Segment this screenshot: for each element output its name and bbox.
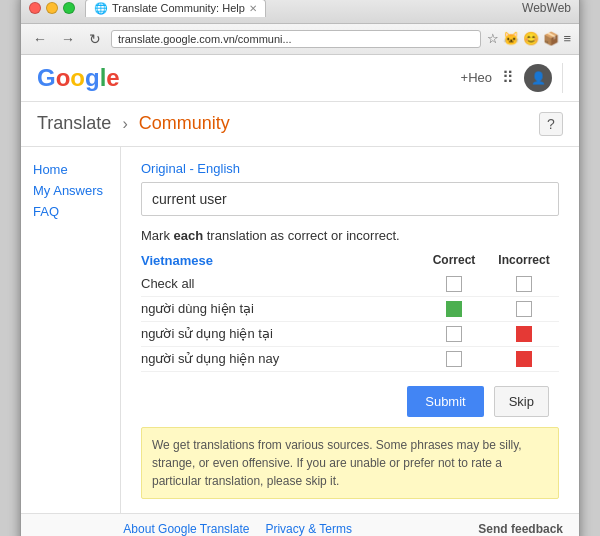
submit-button[interactable]: Submit	[407, 386, 483, 417]
back-button[interactable]: ←	[29, 29, 51, 49]
title-bar: 🌐 Translate Community: Help ✕ WebWeb	[21, 0, 579, 24]
extension-icon2[interactable]: 😊	[523, 31, 539, 46]
content-area: Original - English current user Mark eac…	[121, 147, 579, 513]
help-button[interactable]: ?	[539, 112, 563, 136]
row2-incorrect-checkbox[interactable]	[516, 326, 532, 342]
row1-correct-checkbox[interactable]	[446, 301, 462, 317]
extension-icon1[interactable]: 🐱	[503, 31, 519, 46]
lang-col-header: Vietnamese	[141, 253, 419, 268]
webweb-label: WebWeb	[522, 1, 571, 15]
instruction-prefix: Mark	[141, 228, 174, 243]
table-row: người sử dụng hiện nay	[141, 347, 559, 372]
correct-col-header: Correct	[419, 253, 489, 267]
google-logo: Google	[37, 64, 120, 92]
minimize-button[interactable]	[46, 2, 58, 14]
nav-bar: ← → ↻ ☆ 🐱 😊 📦 ≡	[21, 24, 579, 55]
row2-correct-checkbox[interactable]	[446, 326, 462, 342]
active-tab[interactable]: 🌐 Translate Community: Help ✕	[85, 0, 266, 17]
original-lang: English	[197, 161, 240, 176]
breadcrumb-parent[interactable]: Translate	[37, 113, 111, 133]
bookmark-icon[interactable]: ☆	[487, 31, 499, 46]
row1-correct-cell	[419, 301, 489, 317]
google-header: Google +Heo ⠿ 👤	[21, 55, 579, 102]
table-header: Vietnamese Correct Incorrect	[141, 253, 559, 268]
row-text: người dùng hiện tại	[141, 301, 419, 316]
header-divider	[562, 63, 563, 93]
notice-box: We get translations from various sources…	[141, 427, 559, 499]
row2-incorrect-cell	[489, 326, 559, 342]
sidebar: Home My Answers FAQ	[21, 147, 121, 513]
table-row: người sử dụng hiện tại	[141, 322, 559, 347]
check-all-correct-cell	[419, 276, 489, 292]
row3-correct-cell	[419, 351, 489, 367]
tab-close-icon[interactable]: ✕	[249, 3, 257, 14]
avatar-icon: 👤	[531, 71, 546, 85]
table-row: người dùng hiện tại	[141, 297, 559, 322]
row-text: người sử dụng hiện nay	[141, 351, 419, 366]
send-feedback-button[interactable]: Send feedback	[478, 522, 563, 536]
header-right: +Heo ⠿ 👤	[461, 63, 563, 93]
check-all-correct-checkbox[interactable]	[446, 276, 462, 292]
privacy-link[interactable]: Privacy & Terms	[265, 522, 351, 536]
instruction: Mark each translation as correct or inco…	[141, 228, 559, 243]
extension-icon4[interactable]: ≡	[563, 31, 571, 46]
check-all-row: Check all	[141, 272, 559, 297]
extension-icon3[interactable]: 📦	[543, 31, 559, 46]
sidebar-item-my-answers[interactable]: My Answers	[33, 180, 108, 201]
tab-bar: 🌐 Translate Community: Help ✕	[85, 0, 516, 17]
main-layout: Home My Answers FAQ Original - English c…	[21, 147, 579, 513]
skip-button[interactable]: Skip	[494, 386, 549, 417]
logo-g: G	[37, 64, 56, 91]
footer-bar: About Google Translate Privacy & Terms S…	[21, 513, 579, 537]
row-text: người sử dụng hiện tại	[141, 326, 419, 341]
row1-incorrect-cell	[489, 301, 559, 317]
phrase-box: current user	[141, 182, 559, 216]
about-link[interactable]: About Google Translate	[123, 522, 249, 536]
check-all-label: Check all	[141, 276, 419, 291]
action-row: Submit Skip	[141, 386, 559, 417]
incorrect-col-header: Incorrect	[489, 253, 559, 267]
row3-incorrect-cell	[489, 351, 559, 367]
logo-o2: o	[70, 64, 85, 91]
apps-icon[interactable]: ⠿	[502, 68, 514, 87]
avatar[interactable]: 👤	[524, 64, 552, 92]
sidebar-item-faq[interactable]: FAQ	[33, 201, 108, 222]
page-content: Google +Heo ⠿ 👤 Translate › Community ?	[21, 55, 579, 513]
breadcrumb-current: Community	[139, 113, 230, 133]
logo-e: e	[106, 64, 119, 91]
maximize-button[interactable]	[63, 2, 75, 14]
traffic-lights	[29, 2, 75, 14]
check-all-incorrect-cell	[489, 276, 559, 292]
row1-incorrect-checkbox[interactable]	[516, 301, 532, 317]
sidebar-item-home[interactable]: Home	[33, 159, 108, 180]
row3-incorrect-checkbox[interactable]	[516, 351, 532, 367]
browser-window: 🌐 Translate Community: Help ✕ WebWeb ← →…	[20, 0, 580, 536]
breadcrumb: Translate › Community	[37, 113, 230, 134]
address-bar[interactable]	[111, 30, 481, 48]
close-button[interactable]	[29, 2, 41, 14]
instruction-suffix: translation as correct or incorrect.	[203, 228, 400, 243]
tab-title: Translate Community: Help	[112, 2, 245, 14]
instruction-each: each	[174, 228, 204, 243]
row3-correct-checkbox[interactable]	[446, 351, 462, 367]
logo-g2: g	[85, 64, 100, 91]
refresh-button[interactable]: ↻	[85, 29, 105, 49]
logo-o1: o	[56, 64, 71, 91]
translation-table: Vietnamese Correct Incorrect Check all	[141, 253, 559, 372]
nav-icons: ☆ 🐱 😊 📦 ≡	[487, 31, 571, 46]
breadcrumb-separator: ›	[122, 115, 127, 132]
original-prefix: Original -	[141, 161, 197, 176]
check-all-incorrect-checkbox[interactable]	[516, 276, 532, 292]
breadcrumb-bar: Translate › Community ?	[21, 102, 579, 147]
tab-favicon: 🌐	[94, 2, 108, 15]
forward-button[interactable]: →	[57, 29, 79, 49]
original-label: Original - English	[141, 161, 559, 176]
footer-links: About Google Translate Privacy & Terms	[37, 522, 438, 536]
row2-correct-cell	[419, 326, 489, 342]
plus-heo-label[interactable]: +Heo	[461, 70, 492, 85]
